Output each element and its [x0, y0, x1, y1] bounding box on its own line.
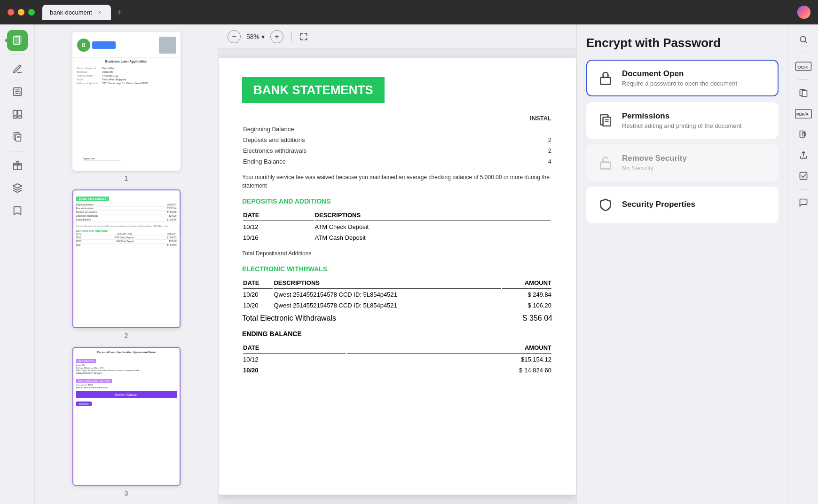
sidebar-tool-gift[interactable]: [7, 155, 28, 176]
zoom-out-button[interactable]: −: [228, 30, 241, 43]
ending-balance-value: 4: [536, 157, 551, 166]
encrypt-option-security-properties[interactable]: Security Properties: [586, 187, 779, 223]
thumb3-text: Janine Mia Address: 126 Avenue Bland NYC…: [76, 364, 177, 374]
ocr-icon: OCR: [795, 60, 812, 72]
deposits-col-desc: DESCRIPTIONS: [315, 210, 551, 221]
comment-edge-tool[interactable]: [794, 193, 813, 212]
encrypt-option-remove-security[interactable]: Remove Security No Security: [586, 144, 779, 181]
maximize-button[interactable]: [28, 9, 35, 16]
zoom-in-button[interactable]: +: [270, 30, 283, 43]
encrypt-option-document-open[interactable]: Document Open Require a password to open…: [586, 60, 779, 96]
thumb-number-1: 1: [125, 174, 128, 182]
encrypt-panel-title: Encrypt with Password: [586, 36, 779, 50]
sidebar-tool-layers[interactable]: [7, 178, 28, 198]
encrypt-panel: Encrypt with Password Document Open Requ…: [576, 24, 788, 504]
thumbnail-page-2[interactable]: BANK STATEMENTS Beginning BalanceAMOUNT …: [42, 189, 210, 339]
deposit-row-2: 10/16 ATM Cash Deposit: [243, 233, 551, 243]
wd-date-2: 10/20: [243, 300, 273, 310]
wd-total-label: Total Electronic Withdrawals: [242, 314, 336, 323]
document-toolbar: − 58% ▾ +: [218, 24, 576, 49]
wd-col-date: DATE: [243, 277, 273, 289]
document-page: BANK STATEMENTS INSTAL Beginning Balance…: [219, 58, 576, 495]
wd-amount-1: $ 249.84: [502, 290, 551, 299]
sidebar-tool-organize[interactable]: [7, 104, 28, 125]
electronics-value: 2: [536, 146, 551, 156]
fit-page-button[interactable]: [299, 32, 308, 41]
eb-amount-2: $ 14,824 60: [347, 365, 551, 375]
svg-rect-22: [600, 162, 610, 169]
share-icon: [799, 150, 808, 160]
lock-doc-icon: [799, 130, 808, 139]
thumb-frame-3: Personal Loan Application Agreement Form…: [72, 347, 181, 486]
permissions-text: Permissions Restrict editing and printin…: [622, 111, 741, 129]
wd-total-amount: S 356 04: [522, 314, 552, 323]
search-icon: [799, 35, 808, 44]
thumb3-sig-button: Signature: [76, 402, 92, 406]
new-tab-button[interactable]: +: [113, 6, 126, 19]
close-button[interactable]: [8, 9, 14, 16]
check-edge-tool[interactable]: [794, 166, 813, 185]
tab-close-button[interactable]: ✕: [96, 8, 103, 16]
extract-edge-tool[interactable]: [794, 84, 813, 102]
right-edge-sidebar: OCR PDF/A: [788, 24, 818, 504]
sidebar-tool-pages[interactable]: [7, 30, 28, 51]
extract-icon: [12, 132, 23, 142]
pdfa-edge-tool[interactable]: PDF/A: [794, 104, 813, 123]
thumb-number-3: 3: [125, 489, 128, 497]
deposits-value: 2: [536, 135, 551, 145]
thumbnail-page-3[interactable]: Personal Loan Application Agreement Form…: [42, 347, 210, 497]
thumb3-content: Personal Loan Application Agreement Form…: [73, 348, 180, 410]
deposits-total: Total Depositsand Additions: [242, 249, 552, 258]
sidebar-tool-extract[interactable]: [7, 126, 28, 147]
wd-row-1: 10/20 Qwest 2514552154578 CCD ID: 5L854p…: [243, 290, 551, 299]
sidebar-tool-edit[interactable]: [7, 81, 28, 102]
shield-icon: [597, 196, 614, 214]
share-edge-tool[interactable]: [794, 146, 813, 165]
deposits-table: DATE DESCRIPTIONS 10/12 ATM Check Deposi…: [242, 209, 552, 244]
zoom-dropdown-icon: ▾: [261, 33, 265, 40]
permissions-title: Permissions: [622, 111, 741, 121]
user-avatar[interactable]: [797, 6, 810, 19]
deposits-label: Deposits and additions: [243, 135, 535, 145]
instalment-label: INSTAL: [243, 113, 551, 123]
minimize-button[interactable]: [18, 9, 24, 16]
bank-statements-header: BANK STATEMENTS: [242, 77, 385, 103]
sidebar-tool-annotate[interactable]: [7, 59, 28, 79]
sidebar-tool-bookmark[interactable]: [7, 200, 28, 221]
svg-text:OCR: OCR: [797, 64, 808, 70]
thumb1-title: Business Loan Application: [73, 58, 180, 65]
thumb-frame-1: B Business Loan Application Name of Appl…: [72, 32, 181, 171]
thumb-frame-2: BANK STATEMENTS Beginning BalanceAMOUNT …: [72, 189, 181, 328]
organize-icon: [12, 109, 23, 119]
eb-col-date: DATE: [243, 342, 346, 354]
sidebar-divider-2: [10, 151, 24, 151]
eb-date-1: 10/12: [243, 354, 346, 364]
pdfa-icon: PDF/A: [795, 108, 812, 120]
tab-bar: bank-document ✕ +: [42, 5, 126, 20]
encrypt-option-permissions[interactable]: Permissions Restrict editing and printin…: [586, 102, 779, 139]
search-edge-tool[interactable]: [794, 30, 813, 49]
permissions-subtitle: Restrict editing and printing of the doc…: [622, 122, 741, 129]
lock-doc-edge-tool[interactable]: [794, 125, 813, 144]
deposits-header: DEPOSITIS AND ADDITIONS: [242, 197, 552, 205]
wd-col-desc: DESCRIPTIONS: [274, 277, 501, 289]
eb-amount-1: $15,154.12: [347, 354, 551, 364]
wd-col-amount: AMOUNT: [502, 277, 551, 289]
edit-icon: [12, 87, 23, 97]
thumb3-title: Personal Loan Application Agreement Form: [76, 351, 177, 354]
thumb1-signature: Signature: [83, 157, 120, 160]
eb-col-amount: AMOUNT: [347, 342, 551, 354]
thumbnail-page-1[interactable]: B Business Loan Application Name of Appl…: [42, 32, 210, 182]
thumb1-fields: Name of ApplicantFloyd Miles Birth Date1…: [73, 65, 180, 87]
window-controls: [8, 9, 35, 16]
titlebar: bank-document ✕ +: [0, 0, 818, 24]
fit-icon: [299, 32, 308, 41]
layers-icon: [12, 183, 23, 193]
active-tab[interactable]: bank-document ✕: [42, 5, 111, 20]
zoom-display[interactable]: 58% ▾: [246, 33, 265, 40]
ocr-edge-tool[interactable]: OCR: [794, 57, 813, 76]
svg-rect-32: [800, 173, 807, 180]
lock-icon: [597, 69, 614, 87]
doc-open-title: Document Open: [622, 69, 737, 79]
document-viewport[interactable]: BANK STATEMENTS INSTAL Beginning Balance…: [218, 49, 576, 504]
